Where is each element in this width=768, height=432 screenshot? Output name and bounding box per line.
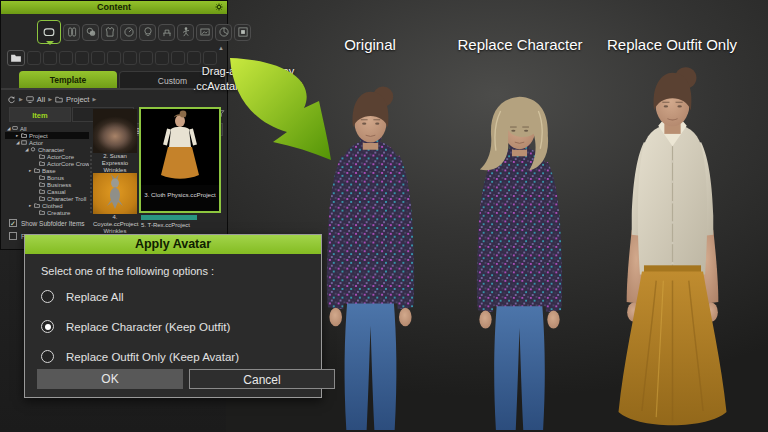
tree-item-business[interactable]: Business (5, 181, 89, 188)
label-replace-outfit-only: Replace Outfit Only (597, 36, 747, 54)
empty-slot[interactable] (107, 51, 121, 65)
empty-slot[interactable] (155, 51, 169, 65)
tree-item-creature[interactable]: Creature (5, 209, 89, 215)
toolbar-head-icon[interactable] (139, 24, 156, 41)
thumbnail-susan (93, 109, 137, 153)
character-replace-character (444, 92, 595, 432)
empty-slot[interactable] (27, 51, 41, 65)
tab-template[interactable]: Template (19, 71, 117, 89)
list-item-selected[interactable]: 3. Cloth Physics.ccProject (139, 107, 221, 213)
tree-item-actor[interactable]: ◢Actor (5, 139, 89, 146)
app-screen: Original Replace Character Replace Outfi… (0, 0, 768, 432)
empty-slot[interactable] (43, 51, 57, 65)
empty-slot[interactable] (91, 51, 105, 65)
option-replace-character[interactable]: Replace Character (Keep Outfit) (41, 320, 230, 333)
tree-item-character-troll[interactable]: Character Troll (5, 195, 89, 202)
radio-selected-icon[interactable] (41, 320, 54, 333)
option-label: Replace All (66, 291, 124, 303)
tab-item[interactable]: Item (9, 107, 71, 122)
item-label: 4. Coyote.ccProject (93, 214, 137, 228)
breadcrumb: ▶ All ▶ Project ▶ (7, 93, 221, 105)
toolbar-outfit-icon[interactable] (101, 24, 118, 41)
option-label: Replace Character (Keep Outfit) (66, 321, 230, 333)
tree-item-character[interactable]: ◢Character (5, 146, 89, 153)
apply-avatar-dialog: Apply Avatar Select one of the following… (24, 234, 322, 398)
empty-slot[interactable] (123, 51, 137, 65)
checkbox-unchecked-icon[interactable] (9, 232, 17, 240)
tree-item-bonus[interactable]: Bonus (5, 174, 89, 181)
breadcrumb-all[interactable]: All (37, 95, 45, 104)
toolbar-furniture-icon[interactable] (158, 24, 175, 41)
dialog-prompt: Select one of the following options : (41, 265, 214, 277)
undo-icon[interactable] (7, 95, 16, 104)
ok-button[interactable]: OK (37, 369, 183, 389)
gear-icon[interactable] (215, 3, 223, 11)
checkbox-label: Show Subfolder Items (21, 220, 85, 227)
list-item[interactable]: 5. T-Rex.ccProject (141, 215, 221, 229)
empty-slot[interactable] (59, 51, 73, 65)
content-toolbar (7, 18, 223, 46)
option-replace-outfit-only[interactable]: Replace Outfit Only (Keep Avatar) (41, 350, 239, 363)
option-replace-all[interactable]: Replace All (41, 290, 124, 303)
toolbar-lower-body-icon[interactable] (63, 24, 80, 41)
folder-icon (55, 96, 63, 103)
content-panel: Content (0, 0, 228, 250)
dialog-title[interactable]: Apply Avatar (25, 235, 321, 254)
tree-item-base[interactable]: ▸Base (5, 167, 89, 174)
option-label: Replace Outfit Only (Keep Avatar) (66, 351, 239, 363)
radio-unselected-icon[interactable] (41, 290, 54, 303)
empty-slot[interactable] (75, 51, 89, 65)
empty-slot[interactable] (139, 51, 153, 65)
tree-item-actorcore[interactable]: ActorCore (5, 153, 89, 160)
checkbox-checked-icon[interactable]: ✓ (9, 219, 17, 227)
item-label: 2. Susan Expressio (93, 153, 137, 167)
show-subfolder-checkbox-row[interactable]: ✓ Show Subfolder Items (9, 219, 85, 227)
folder-tree: ◢All ▸Project ◢Actor ◢Character ActorCor… (5, 125, 89, 215)
character-replace-outfit (591, 64, 754, 432)
list-item[interactable]: 4. Coyote.ccProject Wrinkles Demo.cc (93, 173, 137, 242)
toolbar-chart-icon[interactable] (215, 24, 232, 41)
breadcrumb-arrow-icon: ▶ (48, 96, 52, 102)
radio-unselected-icon[interactable] (41, 350, 54, 363)
breadcrumb-arrow-icon: ▶ (92, 96, 96, 102)
folder-shortcut-icon[interactable] (7, 50, 25, 66)
empty-slot[interactable] (187, 51, 201, 65)
thumbnail-coyote (93, 173, 137, 214)
item-label: 3. Cloth Physics.ccProject (141, 191, 219, 198)
breadcrumb-arrow-icon: ▶ (19, 96, 23, 102)
pack-progress-bar (141, 215, 197, 220)
tree-item-all[interactable]: ◢All (5, 125, 89, 132)
toolbar-motion-icon[interactable] (177, 24, 194, 41)
tree-item-project[interactable]: ▸Project (5, 132, 89, 139)
label-replace-character: Replace Character (448, 36, 592, 54)
toolbar-material-icon[interactable] (82, 24, 99, 41)
empty-slot[interactable] (171, 51, 185, 65)
thumbnail-cloth-physics (141, 109, 219, 185)
drag-arrow-icon (212, 48, 342, 168)
all-root-icon (26, 96, 34, 103)
tree-item-actorcore-crowd[interactable]: ActorCore Crowd (5, 160, 89, 167)
item-label: 5. T-Rex.ccProject (141, 222, 221, 229)
toolbar-avatar-icon[interactable] (37, 20, 61, 44)
toolbar-scene-icon[interactable] (196, 24, 213, 41)
list-item[interactable]: 2. Susan Expressio Wrinkles Demo.cc. (93, 109, 137, 181)
tree-item-clothed[interactable]: ▸Clothed (5, 202, 89, 209)
content-panel-title[interactable]: Content (1, 1, 227, 14)
toolbar-grid-icon[interactable] (234, 24, 251, 41)
toolbar-gauge-icon[interactable] (120, 24, 137, 41)
tree-item-casual[interactable]: Casual (5, 188, 89, 195)
breadcrumb-project[interactable]: Project (66, 95, 89, 104)
